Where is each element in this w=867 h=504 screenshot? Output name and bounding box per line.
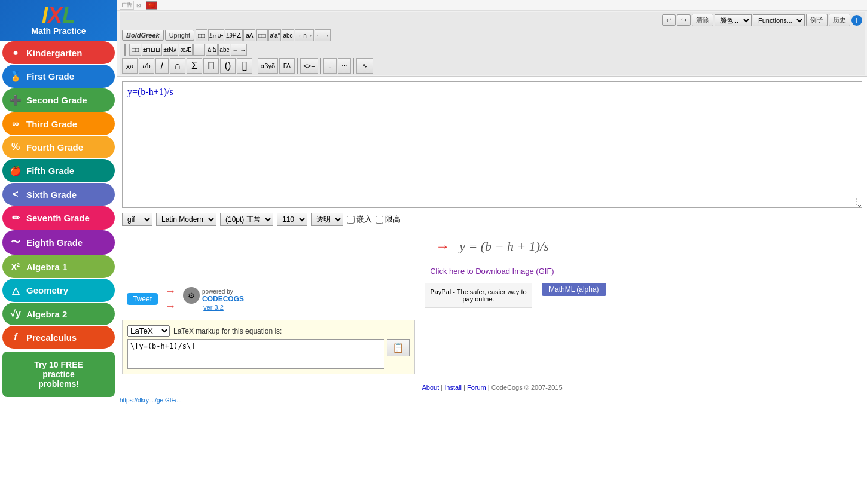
dpi-select[interactable]: 110 [277,213,307,226]
nav-kindergarten[interactable]: ● Kindergarten [2,41,115,64]
fifth-grade-icon: 🍎 [10,165,22,176]
sym-greek[interactable]: αβγδ [258,58,278,74]
nav-algebra2[interactable]: √y Algebra 2 [2,303,115,325]
footer-copyright: CodeCogs © 2007-2015 [491,384,563,391]
sym-aprime[interactable]: a'a° [268,29,281,41]
functions-select[interactable]: Functions... [753,14,805,26]
sym-aA[interactable]: aA [243,29,255,41]
mathml-button[interactable]: MathML (alpha) [542,283,606,296]
toolbar-area: ↩ ↪ 清除 颜色... Functions... 例子 历史 i BoldGr… [117,11,867,77]
nav-algebra1[interactable]: x² Algebra 1 [2,255,115,278]
sym-xsup[interactable]: xa [122,58,138,74]
footer-about[interactable]: About [422,384,439,391]
font-select[interactable]: Latin Modern [156,213,216,226]
color-select[interactable]: 颜色... [715,14,752,26]
ad-label: 广告 [120,1,134,10]
symbol-group-1: □□ ±∩∪• ±∂P∠ aA □□ a'a° abc → n→ ← → [196,29,331,41]
copy-button[interactable]: 📋 [387,339,410,356]
first-grade-icon: 🏅 [10,71,22,82]
sym-frac[interactable]: a⁄b [139,58,154,74]
sym-ell[interactable]: ±ℓN∧ [163,44,179,56]
bottom-left: Tweet → → ⚙ powered by CODECOGS ver 3.2 [122,283,415,374]
nav-sixth-grade[interactable]: < Sixth Grade [2,183,115,206]
latex-arrow2: → [165,300,176,313]
powered-row: ⚙ powered by CODECOGS [183,287,244,304]
transparency-select[interactable]: 透明 [311,213,343,226]
algebra2-icon: √y [10,308,22,319]
sixth-grade-icon: < [10,189,22,200]
nav-eighth-grade[interactable]: 〜 Eighth Grade [2,230,115,255]
size-select[interactable]: (10pt) 正常 [220,213,273,226]
nav-third-grade[interactable]: ∞ Third Grade [2,112,115,135]
history-btn[interactable]: 历史 [829,14,850,26]
sidebar: IXL Math Practice ● Kindergarten 🏅 First… [0,0,117,504]
fourth-grade-icon: % [10,142,22,152]
sym-box3[interactable]: □□ [129,44,141,56]
geometry-icon: △ [10,285,22,296]
sym-arrow-right[interactable]: → n→ [295,29,314,41]
download-link[interactable]: Click here to Download Image (GIF) [430,267,554,276]
sym-cmp[interactable]: <>= [300,58,318,74]
sym-box1[interactable]: □□ [196,29,207,41]
footer-install[interactable]: Install [444,384,462,391]
nav-geometry[interactable]: △ Geometry [2,279,115,302]
sym-prod[interactable]: Π [203,58,219,74]
sym-gamma-delta[interactable]: ΓΔ [279,58,295,74]
footer-forum[interactable]: Forum [467,384,486,391]
sym-cap[interactable]: ∩ [170,58,185,74]
sym-slash[interactable]: / [155,58,169,74]
paypal-area[interactable]: PayPal - The safer, easier way to pay on… [425,283,532,308]
precalculus-icon: f [10,332,22,343]
bottom-controls: gif png Latin Modern (10pt) 正常 110 透明 嵌入… [117,210,867,228]
sym-dots1[interactable]: … [323,58,337,74]
version-link[interactable]: ver 3.2 [203,304,224,311]
sym-bracket[interactable]: [] [237,58,252,74]
redo-btn[interactable]: ↪ [677,14,691,26]
clear-btn[interactable]: 清除 [692,14,713,26]
bold-greek-btn[interactable]: BoldGreek [122,30,164,41]
tweet-button[interactable]: Tweet [127,293,158,305]
sym-plusminus[interactable]: ±∩∪• [208,29,224,41]
sym-box2[interactable]: □□ [256,29,268,41]
sym-arrows-lr[interactable]: ← → [315,29,331,41]
sym-grave[interactable]: à ä [206,44,218,56]
embed-checkbox[interactable] [347,216,355,224]
nav-precalculus[interactable]: f Precalculus [2,326,115,349]
sidebar-logo[interactable]: IXL Math Practice [0,0,117,41]
info-icon[interactable]: i [851,15,862,26]
powered-text: powered by CODECOGS [202,288,244,303]
math-input[interactable]: y=(b-h+1)/s [127,87,857,200]
sym-partial[interactable]: ±∂P∠ [225,29,243,41]
sidebar-promo[interactable]: Try 10 FREE practice problems! [2,352,115,397]
nav-second-grade[interactable]: ➕ Second Grade [2,88,115,112]
sym-sum[interactable]: Σ [187,58,202,74]
math-input-area[interactable]: y=(b-h+1)/s ⋮ [122,81,862,208]
latex-textarea[interactable] [127,339,384,369]
sym-arrow-back[interactable]: ← → [231,44,247,56]
latex-row: LaTeX MathML PNG LaTeX markup for this e… [127,325,410,337]
upright-btn[interactable]: Upright [165,30,194,41]
latex-input-row: 📋 [127,339,410,369]
nav-fifth-grade[interactable]: 🍎 Fifth Grade [2,159,115,182]
sym-ae[interactable]: æÆ [179,44,193,56]
height-limit-checkbox[interactable] [376,216,383,224]
cogs-icon: ⚙ [183,287,200,304]
sym-paren[interactable]: () [220,58,236,74]
latex-format-select[interactable]: LaTeX MathML PNG [127,325,170,337]
result-area: → y = (b − h + 1)/s [117,228,867,264]
sym-dots2[interactable]: ⋯ [338,58,351,74]
symbol-group-2: □□ ±⊓⊔⊔ ±ℓN∧ æÆ à ä abc ← → [129,44,247,56]
nav-seventh-grade[interactable]: ✏ Seventh Grade [2,206,115,230]
ad-bar: 广告 ⊠ 🇨🇳 [117,0,867,11]
undo-btn[interactable]: ↩ [662,14,676,26]
sym-abc2[interactable]: abc [218,44,230,56]
examples-btn[interactable]: 例子 [806,14,828,26]
sym-binom[interactable]: ⁿᵣ [356,58,373,74]
sym-space[interactable] [193,44,205,56]
sym-square[interactable]: ±⊓⊔⊔ [142,44,162,56]
sym-abc[interactable]: abc [282,29,294,41]
nav-fourth-grade[interactable]: % Fourth Grade [2,136,115,158]
format-select[interactable]: gif png [122,213,152,226]
nav-first-grade[interactable]: 🏅 First Grade [2,65,115,88]
bottom-section: Tweet → → ⚙ powered by CODECOGS ver 3.2 [117,278,867,379]
